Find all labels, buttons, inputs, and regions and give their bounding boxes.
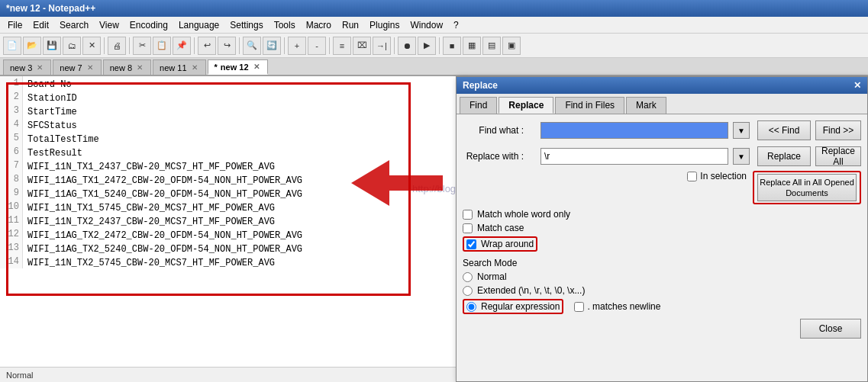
menu-search[interactable]: Search [55,18,93,32]
tab-find-in-files[interactable]: Find in Files [555,97,624,114]
radio-extended[interactable] [463,286,473,296]
find-prev-button[interactable]: << Find [757,120,811,140]
replace-all-button[interactable]: Replace All [815,146,861,166]
copy-button[interactable]: 📋 [153,37,171,55]
paste-button[interactable]: 📌 [173,37,191,55]
save-button[interactable]: 💾 [43,37,61,55]
replace-opened-button[interactable]: Replace All in All OpenedDocuments [757,174,857,201]
find-next-button[interactable]: Find >> [815,120,861,140]
menu-settings[interactable]: Settings [225,18,267,32]
tab-new12[interactable]: *new 12 ✕ [208,59,268,75]
tab-new11-close[interactable]: ✕ [190,63,199,72]
zoom-in-button[interactable]: + [288,37,306,55]
matches-newline-checkbox[interactable] [574,302,584,312]
menu-bar: File Edit Search View Encoding Language … [0,17,868,34]
toolbar: 📄 📂 💾 🗂 ✕ 🖨 ✂ 📋 📌 ↩ ↪ 🔍 🔄 + - ≡ ⌧ →| ⏺ ▶… [0,34,868,58]
wrap-around-label: Wrap around [481,239,534,249]
replace-button[interactable]: Replace [757,146,811,166]
find-input[interactable] [540,122,728,139]
search-mode-title: Search Mode [463,258,861,268]
radio-normal-row: Normal [463,271,861,282]
tab-new8-label: new 8 [110,63,132,72]
replace-input[interactable] [540,148,728,165]
title-bar: *new 12 - Notepad++ [0,0,868,17]
wrap-button[interactable]: ⌧ [353,37,371,55]
tab-find[interactable]: Find [460,97,497,114]
tab-new11-label: new 11 [160,63,186,72]
wrap-around-checkbox[interactable] [466,239,476,249]
redo-button[interactable]: ↪ [218,37,236,55]
menu-tools[interactable]: Tools [269,18,300,32]
tab-new3-close[interactable]: ✕ [35,63,44,72]
open-button[interactable]: 📂 [23,37,41,55]
wrap-around-row: Wrap around [463,236,861,252]
menu-language[interactable]: Language [174,18,224,32]
cut-button[interactable]: ✂ [133,37,151,55]
print-button[interactable]: 🖨 [108,37,126,55]
sep4 [239,37,240,54]
main-area: 12345 678910 11121314 Board No StationID… [0,76,868,382]
tab-new8[interactable]: new 8 ✕ [103,59,151,75]
extra-btn1[interactable]: ■ [443,37,461,55]
tab-new7[interactable]: new 7 ✕ [53,59,101,75]
search-mode-section: Search Mode Normal Extended (\n, \r, \t,… [463,258,861,314]
in-selection-row: In selection [687,171,747,181]
radio-normal[interactable] [463,272,473,282]
extra-btn2[interactable]: ▦ [463,37,481,55]
radio-regex-row: Regular expression . matches newline [463,299,861,314]
menu-edit[interactable]: Edit [28,18,53,32]
menu-file[interactable]: File [3,18,27,32]
extra-btn4[interactable]: ▣ [502,37,521,55]
sep1 [104,37,105,54]
indent-button[interactable]: →| [373,37,391,55]
close-button[interactable]: ✕ [82,37,101,55]
menu-plugins[interactable]: Plugins [365,18,404,32]
sep5 [284,37,285,54]
line-numbers: 12345 678910 11121314 [0,76,23,268]
menu-help[interactable]: ? [449,18,463,32]
match-whole-word-label: Match whole word only [477,209,570,220]
menu-run[interactable]: Run [337,18,363,32]
sep8 [439,37,440,54]
in-selection-checkbox[interactable] [687,172,697,181]
dialog-close-icon[interactable]: ✕ [853,80,861,91]
undo-button[interactable]: ↩ [198,37,216,55]
macro-play-button[interactable]: ▶ [418,37,436,55]
dialog-title: Replace ✕ [457,77,867,94]
tab-new7-close[interactable]: ✕ [86,63,95,72]
replace-dialog: Replace ✕ Find Replace Find in Files Mar… [456,76,868,382]
dialog-tabs: Find Replace Find in Files Mark [457,94,867,114]
tab-new8-close[interactable]: ✕ [135,63,144,72]
sep2 [129,37,130,54]
menu-encoding[interactable]: Encoding [125,18,173,32]
menu-macro[interactable]: Macro [302,18,336,32]
close-button[interactable]: Close [800,319,861,339]
replace-with-row: Replace with : ▼ Replace Replace All [463,146,861,166]
find-dropdown-arrow[interactable]: ▼ [733,122,750,139]
radio-regex[interactable] [466,302,476,312]
tab-new3[interactable]: new 3 ✕ [3,59,51,75]
match-case-row: Match case [463,223,861,233]
replace-dropdown-arrow[interactable]: ▼ [733,148,750,165]
match-whole-word-checkbox[interactable] [463,210,473,220]
menu-window[interactable]: Window [405,18,447,32]
sep7 [394,37,395,54]
match-case-checkbox[interactable] [463,223,473,233]
find-button[interactable]: 🔍 [243,37,261,55]
save-all-button[interactable]: 🗂 [63,37,81,55]
find-what-row: Find what : ▼ << Find Find >> [463,120,861,140]
tabs-bar: new 3 ✕ new 7 ✕ new 8 ✕ new 11 ✕ *new 12… [0,58,868,76]
new-button[interactable]: 📄 [3,37,21,55]
tab-new11[interactable]: new 11 ✕ [153,59,205,75]
find-label: Find what : [463,125,524,136]
extra-btn3[interactable]: ▤ [482,37,501,55]
replace-button[interactable]: 🔄 [263,37,281,55]
tab-replace[interactable]: Replace [499,97,553,114]
sync-scroll-button[interactable]: ≡ [333,37,351,55]
replace-label: Replace with : [463,151,524,162]
tab-mark[interactable]: Mark [626,97,666,114]
zoom-out-button[interactable]: - [308,37,326,55]
menu-view[interactable]: View [95,18,124,32]
tab-new12-close[interactable]: ✕ [252,63,261,72]
macro-button[interactable]: ⏺ [398,37,416,55]
